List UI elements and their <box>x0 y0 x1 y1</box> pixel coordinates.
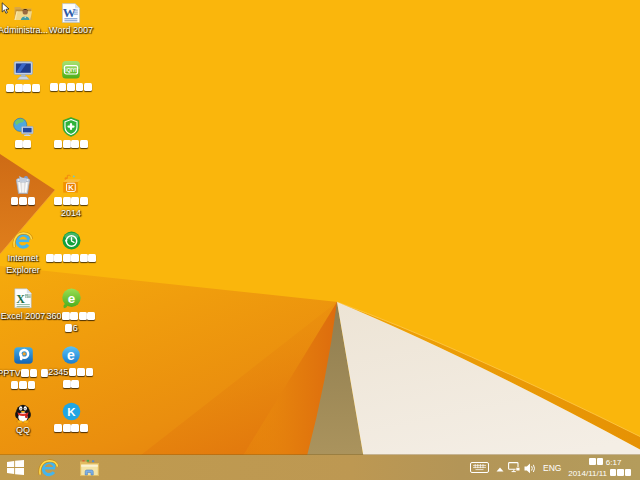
svg-text:e: e <box>67 347 75 363</box>
svg-text:X: X <box>16 292 25 306</box>
svg-text:iQIYI: iQIYI <box>65 67 77 73</box>
svg-text:K: K <box>67 406 76 418</box>
svg-text:e: e <box>67 291 75 306</box>
svg-text:W: W <box>63 5 76 20</box>
svg-text:K: K <box>68 183 74 192</box>
